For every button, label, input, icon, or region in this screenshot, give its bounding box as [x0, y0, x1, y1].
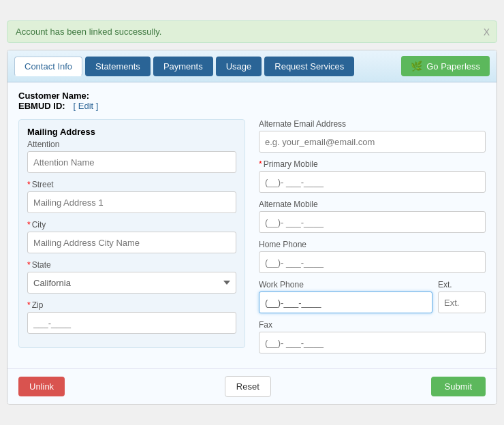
attention-label: Attention — [27, 140, 236, 149]
edit-link[interactable]: [ Edit ] — [74, 101, 99, 111]
alt-email-label: Alternate Email Address — [259, 119, 486, 129]
ext-label: Ext. — [438, 280, 486, 289]
go-paperless-button[interactable]: 🌿 Go Paperless — [401, 56, 490, 76]
tab-request-services[interactable]: Request Services — [264, 57, 354, 76]
unlink-button[interactable]: Unlink — [18, 377, 65, 396]
attention-input[interactable] — [27, 151, 236, 173]
home-phone-group: Home Phone — [259, 240, 486, 273]
zip-group: *Zip — [27, 300, 236, 334]
fax-label: Fax — [259, 320, 486, 330]
state-required: * — [27, 260, 31, 270]
state-label: *State — [27, 260, 236, 270]
primary-mobile-group: *Primary Mobile — [259, 159, 486, 193]
work-phone-label: Work Phone — [259, 280, 432, 289]
zip-required: * — [27, 300, 31, 310]
street-required: * — [27, 180, 31, 189]
street-label: *Street — [27, 180, 236, 189]
work-phone-group: Work Phone Ext. — [259, 280, 486, 313]
alt-mobile-input[interactable] — [259, 211, 486, 233]
zip-label: *Zip — [27, 300, 236, 310]
submit-button[interactable]: Submit — [431, 377, 486, 396]
tabs-header: Contact Info Statements Payments Usage R… — [7, 50, 497, 82]
zip-input[interactable] — [27, 312, 236, 334]
fax-input[interactable] — [259, 332, 486, 353]
ext-input[interactable] — [438, 292, 486, 313]
tabs-left: Contact Info Statements Payments Usage R… — [14, 57, 354, 76]
alert-close-button[interactable]: X — [484, 27, 490, 37]
fax-group: Fax — [259, 320, 486, 353]
mailing-address-title: Mailing Address — [27, 127, 236, 137]
state-group: *State California Alabama Alaska Arizona… — [27, 260, 236, 294]
street-group: *Street — [27, 180, 236, 213]
ebmud-id-label: EBMUD ID: — [18, 101, 65, 111]
primary-mobile-input[interactable] — [259, 171, 486, 193]
city-required: * — [27, 220, 31, 230]
state-select[interactable]: California Alabama Alaska Arizona Arkans… — [27, 272, 236, 294]
primary-mobile-required: * — [259, 159, 262, 169]
tab-payments[interactable]: Payments — [153, 57, 213, 76]
work-phone-input[interactable] — [259, 292, 432, 313]
footer-bar: Unlink Reset Submit — [7, 368, 497, 404]
city-input[interactable] — [27, 232, 236, 253]
main-card: Contact Info Statements Payments Usage R… — [7, 50, 497, 405]
form-grid: Mailing Address Attention *Street — [18, 119, 486, 360]
reset-button[interactable]: Reset — [225, 376, 271, 397]
attention-group: Attention — [27, 140, 236, 173]
home-phone-input[interactable] — [259, 251, 486, 273]
contact-col: Alternate Email Address *Primary Mobile … — [259, 119, 486, 360]
ebmud-id-row: EBMUD ID: [ Edit ] — [18, 101, 486, 111]
content-area: Customer Name: EBMUD ID: [ Edit ] Mailin… — [7, 82, 497, 368]
paperless-icon: 🌿 — [411, 61, 422, 72]
customer-name-label: Customer Name: — [18, 91, 89, 101]
alt-email-input[interactable] — [259, 131, 486, 153]
primary-mobile-label: *Primary Mobile — [259, 159, 486, 169]
alt-mobile-group: Alternate Mobile — [259, 200, 486, 233]
tab-usage[interactable]: Usage — [216, 57, 262, 76]
mailing-address-col: Mailing Address Attention *Street — [18, 119, 245, 360]
home-phone-label: Home Phone — [259, 240, 486, 249]
alert-banner: Account has been linked successully. X — [7, 20, 497, 43]
mailing-section: Mailing Address Attention *Street — [18, 119, 245, 348]
alt-email-group: Alternate Email Address — [259, 119, 486, 153]
street-input[interactable] — [27, 191, 236, 213]
tab-statements[interactable]: Statements — [85, 57, 151, 76]
customer-info: Customer Name: EBMUD ID: [ Edit ] — [18, 91, 486, 111]
city-label: *City — [27, 220, 236, 230]
city-group: *City — [27, 220, 236, 253]
customer-name-row: Customer Name: — [18, 91, 486, 101]
alert-message: Account has been linked successully. — [16, 27, 161, 37]
tab-contact-info[interactable]: Contact Info — [14, 57, 82, 76]
alt-mobile-label: Alternate Mobile — [259, 200, 486, 209]
